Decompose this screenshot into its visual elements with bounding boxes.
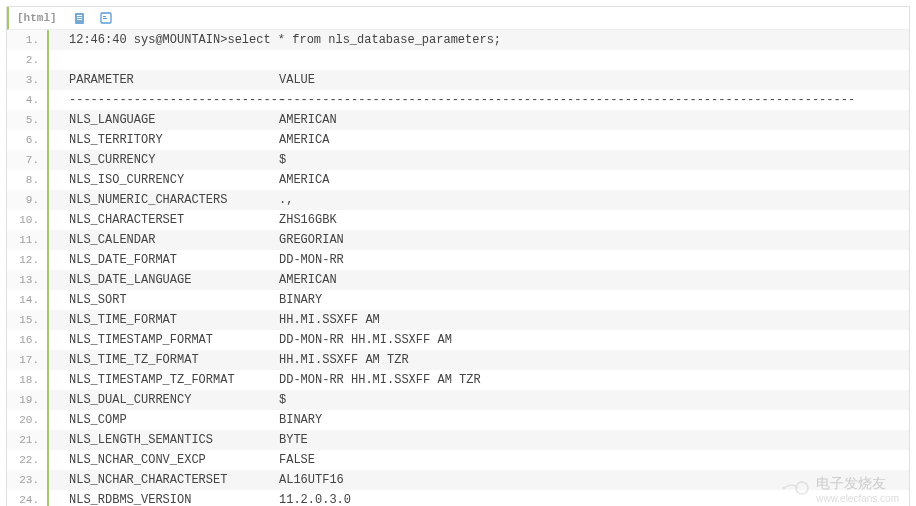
line-number: 2. — [7, 50, 47, 70]
code-line: NLS_NCHAR_CHARACTERSETAL16UTF16 — [49, 470, 909, 490]
line-number: 19. — [7, 390, 47, 410]
parameter-name: NLS_LENGTH_SEMANTICS — [69, 430, 279, 450]
parameter-value: ., — [279, 190, 293, 210]
line-number: 11. — [7, 230, 47, 250]
parameter-value: VALUE — [279, 70, 315, 90]
code-line: NLS_TERRITORYAMERICA — [49, 130, 909, 150]
parameter-name: NLS_TIME_FORMAT — [69, 310, 279, 330]
code-line: NLS_CHARACTERSETZHS16GBK — [49, 210, 909, 230]
parameter-value: ----------------------------------------… — [279, 90, 855, 110]
code-line: NLS_SORTBINARY — [49, 290, 909, 310]
code-line: NLS_TIME_TZ_FORMATHH.MI.SSXFF AM TZR — [49, 350, 909, 370]
parameter-name: NLS_DATE_LANGUAGE — [69, 270, 279, 290]
parameter-value: $ — [279, 390, 286, 410]
parameter-value: $ — [279, 150, 286, 170]
line-number: 5. — [7, 110, 47, 130]
parameter-name: NLS_TIME_TZ_FORMAT — [69, 350, 279, 370]
parameter-value: AMERICA — [279, 130, 329, 150]
parameter-name: NLS_TIMESTAMP_TZ_FORMAT — [69, 370, 279, 390]
parameter-value: BINARY — [279, 290, 322, 310]
code-line: NLS_COMPBINARY — [49, 410, 909, 430]
line-number: 23. — [7, 470, 47, 490]
copy-icon[interactable] — [73, 11, 87, 25]
line-number: 20. — [7, 410, 47, 430]
code-line — [49, 50, 909, 70]
parameter-value: AL16UTF16 — [279, 470, 344, 490]
parameter-value: BYTE — [279, 430, 308, 450]
line-number: 6. — [7, 130, 47, 150]
parameter-name: NLS_CURRENCY — [69, 150, 279, 170]
parameter-value: AMERICAN — [279, 110, 337, 130]
line-number-gutter: 1.2.3.4.5.6.7.8.9.10.11.12.13.14.15.16.1… — [7, 30, 47, 506]
code-line: 12:46:40 sys@MOUNTAIN>select * from nls_… — [49, 30, 909, 50]
code-line: ----------------------------------------… — [49, 90, 909, 110]
parameter-name: NLS_TIMESTAMP_FORMAT — [69, 330, 279, 350]
code-line: NLS_LANGUAGEAMERICAN — [49, 110, 909, 130]
svg-rect-1 — [77, 15, 82, 16]
line-number: 13. — [7, 270, 47, 290]
line-number: 7. — [7, 150, 47, 170]
parameter-value: DD-MON-RR HH.MI.SSXFF AM — [279, 330, 452, 350]
code-line: NLS_CALENDARGREGORIAN — [49, 230, 909, 250]
code-content: 12:46:40 sys@MOUNTAIN>select * from nls_… — [47, 30, 909, 506]
parameter-value: HH.MI.SSXFF AM TZR — [279, 350, 409, 370]
parameter-name: NLS_CHARACTERSET — [69, 210, 279, 230]
line-number: 9. — [7, 190, 47, 210]
code-line: NLS_TIME_FORMATHH.MI.SSXFF AM — [49, 310, 909, 330]
code-body: 1.2.3.4.5.6.7.8.9.10.11.12.13.14.15.16.1… — [7, 30, 909, 506]
code-block: [html] 1.2.3.4.5.6.7.8.9.10.11.12.13.14.… — [6, 6, 910, 506]
parameter-value: AMERICAN — [279, 270, 337, 290]
svg-rect-2 — [77, 17, 82, 18]
code-header: [html] — [7, 7, 909, 30]
parameter-name: NLS_NUMERIC_CHARACTERS — [69, 190, 279, 210]
code-line: NLS_TIMESTAMP_FORMATDD-MON-RR HH.MI.SSXF… — [49, 330, 909, 350]
code-line: NLS_DATE_FORMATDD-MON-RR — [49, 250, 909, 270]
line-number: 16. — [7, 330, 47, 350]
parameter-name: NLS_CALENDAR — [69, 230, 279, 250]
parameter-name: NLS_SORT — [69, 290, 279, 310]
line-number: 8. — [7, 170, 47, 190]
parameter-name: NLS_TERRITORY — [69, 130, 279, 150]
svg-rect-5 — [103, 16, 106, 17]
parameter-name: NLS_DUAL_CURRENCY — [69, 390, 279, 410]
code-line: NLS_RDBMS_VERSION11.2.0.3.0 — [49, 490, 909, 506]
code-line: NLS_NUMERIC_CHARACTERS., — [49, 190, 909, 210]
parameter-name: NLS_LANGUAGE — [69, 110, 279, 130]
parameter-value: AMERICA — [279, 170, 329, 190]
parameter-name: NLS_NCHAR_CONV_EXCP — [69, 450, 279, 470]
code-line: NLS_NCHAR_CONV_EXCPFALSE — [49, 450, 909, 470]
code-line: NLS_LENGTH_SEMANTICSBYTE — [49, 430, 909, 450]
code-line: NLS_DUAL_CURRENCY$ — [49, 390, 909, 410]
parameter-name: NLS_ISO_CURRENCY — [69, 170, 279, 190]
code-line: NLS_DATE_LANGUAGEAMERICAN — [49, 270, 909, 290]
parameter-name: NLS_DATE_FORMAT — [69, 250, 279, 270]
svg-rect-6 — [103, 18, 107, 19]
line-number: 4. — [7, 90, 47, 110]
line-number: 15. — [7, 310, 47, 330]
parameter-value: GREGORIAN — [279, 230, 344, 250]
code-line: PARAMETERVALUE — [49, 70, 909, 90]
svg-rect-0 — [75, 13, 84, 24]
parameter-value: 11.2.0.3.0 — [279, 490, 351, 506]
parameter-name: NLS_NCHAR_CHARACTERSET — [69, 470, 279, 490]
line-number: 1. — [7, 30, 47, 50]
language-label: [html] — [17, 12, 57, 24]
code-line: NLS_TIMESTAMP_TZ_FORMATDD-MON-RR HH.MI.S… — [49, 370, 909, 390]
parameter-name: ------------------------------ — [69, 90, 279, 110]
parameter-value: HH.MI.SSXFF AM — [279, 310, 380, 330]
line-number: 22. — [7, 450, 47, 470]
line-number: 12. — [7, 250, 47, 270]
line-number: 21. — [7, 430, 47, 450]
parameter-value: ZHS16GBK — [279, 210, 337, 230]
code-line: NLS_ISO_CURRENCYAMERICA — [49, 170, 909, 190]
line-number: 10. — [7, 210, 47, 230]
code-line: NLS_CURRENCY$ — [49, 150, 909, 170]
line-number: 14. — [7, 290, 47, 310]
parameter-value: DD-MON-RR — [279, 250, 344, 270]
parameter-name: NLS_COMP — [69, 410, 279, 430]
parameter-value: BINARY — [279, 410, 322, 430]
parameter-name: PARAMETER — [69, 70, 279, 90]
line-number: 17. — [7, 350, 47, 370]
new-window-icon[interactable] — [99, 11, 113, 25]
parameter-value: FALSE — [279, 450, 315, 470]
